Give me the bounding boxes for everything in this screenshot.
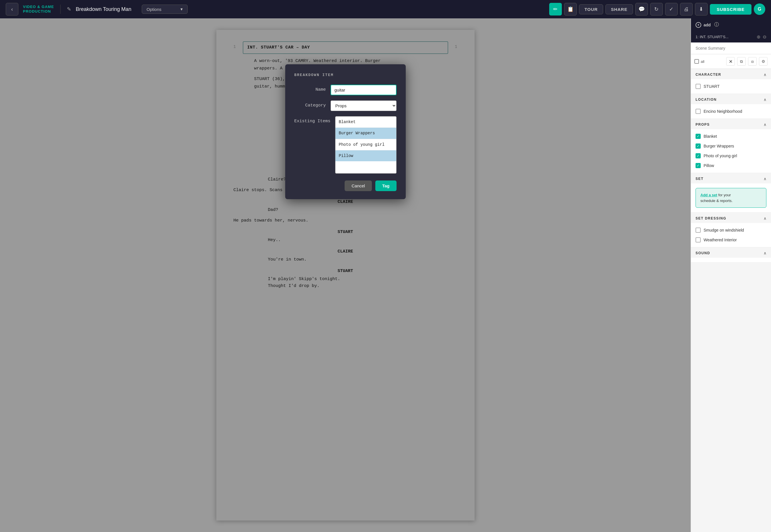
encino-label: Encino Neighborhood — [704, 109, 742, 114]
smudge-label: Smudge on windshield — [704, 228, 744, 232]
set-cta-text: Add a set for yourschedule & reports. — [700, 193, 733, 203]
header-divider — [60, 5, 61, 14]
check-button[interactable]: ✓ — [665, 3, 678, 15]
avatar: G — [754, 3, 765, 15]
tour-button[interactable]: TOUR — [579, 4, 603, 14]
list-item: ✓ Pillow — [696, 161, 766, 170]
sidebar-scene-label: 1: INT. STUART'S... — [696, 35, 729, 39]
burger-wrappers-label: Burger Wrappers — [704, 144, 734, 148]
blanket-checkbox[interactable]: ✓ — [696, 134, 701, 139]
modal-overlay: BREAKDOWN ITEM Name Category Props Chara… — [216, 30, 475, 521]
character-chevron-icon: ∧ — [764, 72, 766, 77]
character-section-header[interactable]: CHARACTER ∧ — [691, 69, 771, 79]
print-button[interactable]: 🖨 — [680, 3, 693, 15]
existing-item-burger-wrappers[interactable]: Burger Wrappers — [335, 128, 396, 139]
info-icon[interactable]: ⓘ — [714, 22, 719, 28]
set-cta-box: Add a set for yourschedule & reports. — [696, 188, 766, 208]
location-section-title: LOCATION — [696, 98, 717, 102]
subscribe-button[interactable]: SUBSCRIBE — [710, 4, 751, 15]
location-section-content: Encino Neighborhood — [691, 104, 771, 119]
sidebar-scene-header: 1: INT. STUART'S... ⊕ ⊖ — [691, 31, 771, 42]
props-section-header[interactable]: PROPS ∧ — [691, 119, 771, 129]
existing-item-pillow[interactable]: Pillow — [335, 150, 396, 161]
modal-name-row: Name — [294, 85, 397, 95]
modal-existing-row: Existing Items Blanket Burger Wrappers P… — [294, 116, 397, 174]
existing-item-photo[interactable]: Photo of young girl — [335, 139, 396, 150]
category-label: Category — [294, 102, 326, 109]
script-area: 1 INT. STUART'S CAR – DAY A worn-out, '9… — [0, 18, 691, 532]
comment-icon: 💬 — [638, 6, 645, 12]
header-buttons: ✏ 📋 TOUR SHARE 💬 ↻ ✓ 🖨 ⬇ SUBSCRIBE G — [549, 3, 765, 15]
smudge-checkbox[interactable] — [696, 228, 701, 233]
photo-checkbox[interactable]: ✓ — [696, 153, 701, 158]
list-item: ✓ Blanket — [696, 131, 766, 141]
print-icon: 🖨 — [684, 6, 689, 12]
character-section-content: STUART — [691, 79, 771, 94]
clipboard-button[interactable]: 📋 — [564, 3, 577, 15]
weathered-checkbox[interactable] — [696, 237, 701, 242]
stuart-label: STUART — [704, 84, 720, 89]
set-dressing-section-header[interactable]: SET DRESSING ∧ — [691, 213, 771, 223]
settings-icon: ⚙ — [762, 59, 765, 64]
sidebar-scene-icons: ⊕ ⊖ — [757, 34, 766, 40]
sidebar-toolbar: all ✕ ⧉ ⧈ ⚙ — [691, 54, 771, 69]
paste-button[interactable]: ⧈ — [748, 57, 757, 66]
cancel-button[interactable]: Cancel — [345, 180, 372, 191]
list-item: Encino Neighborhood — [696, 106, 766, 116]
scene-add-icon[interactable]: ⊕ — [757, 34, 760, 40]
set-chevron-icon: ∧ — [764, 176, 766, 181]
brand: VIDEO & GAME PRODUCTION — [23, 5, 54, 13]
existing-item-blanket[interactable]: Blanket — [335, 117, 396, 128]
location-section-header[interactable]: LOCATION ∧ — [691, 94, 771, 104]
edit-icon: ✎ — [67, 6, 71, 12]
existing-items-list: Blanket Burger Wrappers Photo of young g… — [335, 116, 397, 174]
header: ‹ VIDEO & GAME PRODUCTION ✎ Breakdown To… — [0, 0, 771, 18]
sound-chevron-icon: ∧ — [764, 251, 766, 255]
burger-wrappers-checkbox[interactable]: ✓ — [696, 143, 701, 149]
script-page: 1 INT. STUART'S CAR – DAY A worn-out, '9… — [216, 30, 475, 521]
name-input[interactable] — [331, 85, 397, 95]
stuart-checkbox[interactable] — [696, 84, 701, 89]
scene-summary-input[interactable] — [691, 42, 771, 54]
add-set-link[interactable]: Add a set — [700, 193, 717, 197]
chevron-down-icon: ▾ — [180, 7, 183, 12]
category-select[interactable]: Props Character Location Set Dressing So… — [331, 100, 397, 111]
modal-footer: Cancel Tag — [294, 180, 397, 191]
character-section-title: CHARACTER — [696, 73, 721, 77]
name-label: Name — [294, 86, 326, 93]
weathered-label: Weathered Interior — [704, 238, 737, 242]
toolbar-x-button[interactable]: ✕ — [726, 57, 735, 66]
paste-icon: ⧈ — [751, 59, 754, 64]
x-icon: ✕ — [729, 59, 733, 64]
set-section-header[interactable]: SET ∧ — [691, 173, 771, 183]
location-chevron-icon: ∧ — [764, 97, 766, 102]
share-button[interactable]: SHARE — [605, 4, 633, 14]
tag-button[interactable]: Tag — [375, 180, 397, 191]
check-all-checkbox[interactable] — [694, 59, 699, 64]
set-section-content: Add a set for yourschedule & reports. — [691, 183, 771, 213]
back-button[interactable]: ‹ — [6, 3, 18, 15]
refresh-button[interactable]: ↻ — [650, 3, 663, 15]
set-dressing-section-content: Smudge on windshield Weathered Interior — [691, 223, 771, 247]
back-icon: ‹ — [11, 6, 13, 12]
download-button[interactable]: ⬇ — [695, 3, 708, 15]
comment-button[interactable]: 💬 — [635, 3, 648, 15]
photo-label: Photo of young girl — [704, 154, 737, 158]
options-dropdown[interactable]: Options ▾ — [142, 5, 188, 14]
encino-checkbox[interactable] — [696, 109, 701, 114]
props-section-title: PROPS — [696, 123, 710, 127]
settings-button[interactable]: ⚙ — [759, 57, 768, 66]
scene-remove-icon[interactable]: ⊖ — [763, 34, 766, 40]
list-item: STUART — [696, 81, 766, 91]
pillow-checkbox[interactable]: ✓ — [696, 163, 701, 168]
copy-button[interactable]: ⧉ — [737, 57, 746, 66]
pencil-mode-button[interactable]: ✏ — [549, 3, 562, 15]
set-section-title: SET — [696, 177, 704, 181]
add-icon[interactable]: + — [696, 22, 701, 28]
breakdown-item-modal: BREAKDOWN ITEM Name Category Props Chara… — [285, 64, 406, 199]
list-item: ✓ Burger Wrappers — [696, 141, 766, 151]
clipboard-icon: 📋 — [567, 6, 574, 12]
set-dressing-chevron-icon: ∧ — [764, 216, 766, 221]
sound-section-content — [691, 258, 771, 263]
sound-section-header[interactable]: SOUND ∧ — [691, 247, 771, 258]
